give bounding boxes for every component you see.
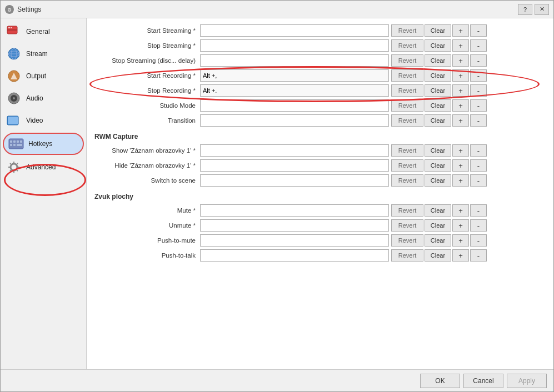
sidebar-item-output[interactable]: Output [1, 65, 86, 87]
plus-start-streaming[interactable]: + [452, 24, 469, 37]
revert-start-streaming[interactable]: Revert [391, 24, 423, 37]
label-push-to-mute: Push-to-mute [94, 237, 200, 244]
settings-window: ⚙ Settings ? ✕ General [0, 0, 554, 392]
row-stop-streaming: Stop Streaming * Revert Clear + - [94, 39, 546, 52]
input-switch-scene[interactable] [200, 174, 389, 187]
sidebar-item-advanced[interactable]: Advanced [1, 156, 86, 178]
sidebar-label-general: General [26, 28, 50, 36]
section-rwm-capture: RWM Capture Show 'Záznam obrazovky 1' * … [94, 133, 546, 187]
revert-mute[interactable]: Revert [391, 204, 423, 217]
revert-push-to-mute[interactable]: Revert [391, 234, 423, 247]
ok-button[interactable]: OK [420, 374, 460, 388]
plus-unmute[interactable]: + [452, 219, 469, 232]
input-show-zaznam[interactable] [200, 144, 389, 157]
input-unmute[interactable] [200, 219, 389, 232]
row-mute: Mute * Revert Clear + - [94, 204, 546, 217]
minus-show-zaznam[interactable]: - [470, 144, 487, 157]
revert-start-recording[interactable]: Revert [391, 69, 423, 82]
label-transition: Transition [94, 117, 200, 124]
minus-transition[interactable]: - [470, 114, 487, 127]
input-transition[interactable] [200, 114, 389, 127]
plus-hide-zaznam[interactable]: + [452, 159, 469, 172]
plus-push-to-mute[interactable]: + [452, 234, 469, 247]
svg-line-31 [16, 169, 18, 171]
revert-stop-streaming-delay[interactable]: Revert [391, 54, 423, 67]
minus-mute[interactable]: - [470, 204, 487, 217]
clear-mute[interactable]: Clear [425, 204, 451, 217]
svg-line-32 [16, 163, 18, 165]
input-stop-streaming[interactable] [200, 39, 389, 52]
plus-studio-mode[interactable]: + [452, 99, 469, 112]
plus-stop-streaming[interactable]: + [452, 39, 469, 52]
input-studio-mode[interactable] [200, 99, 389, 112]
sidebar-item-video[interactable]: Video [1, 109, 86, 132]
revert-push-to-talk[interactable]: Revert [391, 249, 423, 262]
clear-push-to-talk[interactable]: Clear [425, 249, 451, 262]
plus-transition[interactable]: + [452, 114, 469, 127]
clear-start-recording[interactable]: Clear [425, 69, 451, 82]
svg-rect-5 [11, 27, 12, 28]
svg-rect-19 [13, 140, 16, 143]
revert-unmute[interactable]: Revert [391, 219, 423, 232]
minus-hide-zaznam[interactable]: - [470, 159, 487, 172]
close-button[interactable]: ✕ [535, 4, 549, 15]
clear-push-to-mute[interactable]: Clear [425, 234, 451, 247]
input-push-to-mute[interactable] [200, 234, 389, 247]
help-button[interactable]: ? [518, 4, 532, 15]
sidebar-item-general[interactable]: General [1, 21, 86, 43]
input-stop-streaming-delay[interactable] [200, 54, 389, 67]
input-push-to-talk[interactable] [200, 249, 389, 262]
minus-stop-streaming-delay[interactable]: - [470, 54, 487, 67]
clear-unmute[interactable]: Clear [425, 219, 451, 232]
clear-switch-scene[interactable]: Clear [425, 174, 451, 187]
input-stop-recording[interactable] [200, 84, 389, 97]
minus-stop-streaming[interactable]: - [470, 39, 487, 52]
plus-mute[interactable]: + [452, 204, 469, 217]
minus-unmute[interactable]: - [470, 219, 487, 232]
apply-button[interactable]: Apply [507, 374, 547, 388]
minus-push-to-mute[interactable]: - [470, 234, 487, 247]
revert-transition[interactable]: Revert [391, 114, 423, 127]
clear-stop-recording[interactable]: Clear [425, 84, 451, 97]
minus-push-to-talk[interactable]: - [470, 249, 487, 262]
label-start-recording: Start Recording * [94, 72, 200, 79]
clear-transition[interactable]: Clear [425, 114, 451, 127]
revert-show-zaznam[interactable]: Revert [391, 144, 423, 157]
minus-studio-mode[interactable]: - [470, 99, 487, 112]
clear-stop-streaming-delay[interactable]: Clear [425, 54, 451, 67]
clear-hide-zaznam[interactable]: Clear [425, 159, 451, 172]
plus-stop-recording[interactable]: + [452, 84, 469, 97]
revert-stop-recording[interactable]: Revert [391, 84, 423, 97]
plus-start-recording[interactable]: + [452, 69, 469, 82]
input-hide-zaznam[interactable] [200, 159, 389, 172]
label-studio-mode: Studio Mode [94, 102, 200, 109]
input-start-recording[interactable] [200, 69, 389, 82]
clear-show-zaznam[interactable]: Clear [425, 144, 451, 157]
plus-push-to-talk[interactable]: + [452, 249, 469, 262]
minus-start-streaming[interactable]: - [470, 24, 487, 37]
clear-start-streaming[interactable]: Clear [425, 24, 451, 37]
revert-stop-streaming[interactable]: Revert [391, 39, 423, 52]
plus-show-zaznam[interactable]: + [452, 144, 469, 157]
input-mute[interactable] [200, 204, 389, 217]
content-area: Start Streaming * Revert Clear + - Stop … [87, 18, 553, 369]
input-start-streaming[interactable] [200, 24, 389, 37]
sidebar-item-audio[interactable]: Audio [1, 87, 86, 109]
minus-switch-scene[interactable]: - [470, 174, 487, 187]
sidebar-item-hotkeys[interactable]: Hotkeys [3, 133, 84, 155]
output-icon [6, 68, 22, 84]
revert-switch-scene[interactable]: Revert [391, 174, 423, 187]
plus-switch-scene[interactable]: + [452, 174, 469, 187]
minus-start-recording[interactable]: - [470, 69, 487, 82]
label-stop-streaming-delay: Stop Streaming (disc... delay) [94, 57, 200, 64]
clear-stop-streaming[interactable]: Clear [425, 39, 451, 52]
general-icon [6, 24, 22, 39]
clear-studio-mode[interactable]: Clear [425, 99, 451, 112]
revert-studio-mode[interactable]: Revert [391, 99, 423, 112]
minus-stop-recording[interactable]: - [470, 84, 487, 97]
revert-hide-zaznam[interactable]: Revert [391, 159, 423, 172]
plus-stop-streaming-delay[interactable]: + [452, 54, 469, 67]
sidebar-item-stream[interactable]: Stream [1, 43, 86, 65]
cancel-button[interactable]: Cancel [463, 374, 503, 388]
titlebar-controls: ? ✕ [518, 4, 549, 15]
